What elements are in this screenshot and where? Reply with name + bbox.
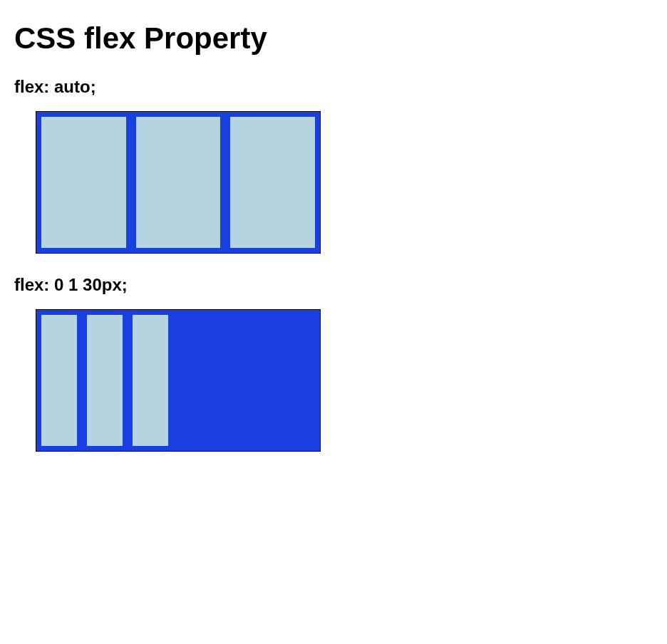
flex-item: [133, 315, 168, 446]
flex-item: [41, 117, 126, 248]
example-label-auto: flex: auto;: [14, 77, 653, 97]
page-title: CSS flex Property: [14, 21, 653, 56]
flex-item: [87, 315, 123, 446]
flex-item: [41, 315, 77, 446]
flex-container-auto: [36, 111, 321, 254]
example-label-fixed: flex: 0 1 30px;: [14, 275, 653, 295]
flex-item: [230, 117, 315, 248]
flex-container-fixed: [36, 309, 321, 452]
flex-item: [136, 117, 221, 248]
